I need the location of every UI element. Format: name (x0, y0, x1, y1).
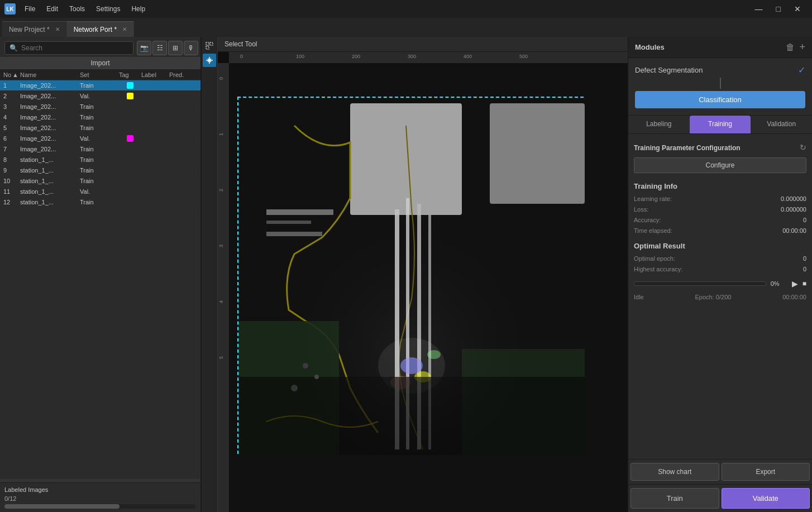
left-panel: 🔍 📷 ☷ ⊞ 🎙 Import No▲ Name Set Tag Label … (0, 37, 201, 512)
table-row[interactable]: 3 Image_202... Train (0, 102, 200, 112)
menu-tools[interactable]: Tools (65, 4, 89, 14)
table-row[interactable]: 1 Image_202... Train (0, 80, 200, 91)
table-row[interactable]: 5 Image_202... Train (0, 123, 200, 133)
record-icon[interactable]: 🎙 (184, 41, 198, 55)
selection-tool-button[interactable] (203, 39, 216, 52)
tab-new-project-close[interactable]: ✕ (55, 26, 60, 32)
configure-button[interactable]: Configure (634, 157, 806, 173)
row-tag (119, 135, 141, 142)
image-import-icon[interactable]: 📷 (137, 41, 151, 55)
image-selection-border (237, 97, 584, 454)
maximize-button[interactable]: □ (770, 0, 787, 18)
row-name: Image_202... (20, 114, 80, 121)
validate-button[interactable]: Validate (722, 488, 810, 509)
tab-network-port-close[interactable]: ✕ (122, 26, 127, 32)
select-tool-bar: Select Tool (218, 37, 628, 52)
table-row[interactable]: 12 station_1_... Train (0, 197, 200, 208)
tab-labeling[interactable]: Labeling (628, 116, 690, 133)
menu-settings[interactable]: Settings (92, 4, 125, 14)
train-button[interactable]: Train (631, 488, 719, 509)
classification-button[interactable]: Classification (635, 91, 805, 108)
row-name: Image_202... (20, 93, 80, 99)
table-row[interactable]: 6 Image_202... Val. (0, 133, 200, 144)
menu-file[interactable]: File (20, 4, 40, 14)
row-tag (119, 93, 141, 99)
learning-rate-row: Learning rate: 0.000000 (634, 194, 806, 204)
menu-edit[interactable]: Edit (42, 4, 63, 14)
row-name: station_1_... (20, 156, 80, 163)
row-name: Image_202... (20, 103, 80, 110)
delete-module-button[interactable]: 🗑 (786, 41, 795, 53)
col-no: No▲ (3, 71, 20, 78)
loss-label: Loss: (634, 206, 648, 213)
scroll-thumb (4, 504, 120, 509)
row-no: 8 (3, 156, 20, 163)
add-module-button[interactable]: + (799, 41, 805, 53)
table-row[interactable]: 7 Image_202... Train (0, 144, 200, 155)
import-bar[interactable]: Import (0, 57, 200, 70)
svg-rect-1 (210, 42, 213, 45)
optimal-epoch-row: Optimal epoch: 0 (634, 253, 806, 264)
learning-rate-value: 0.000000 (781, 195, 806, 202)
select-tool-label: Select Tool (225, 40, 257, 48)
table-row[interactable]: 10 station_1_... Train (0, 176, 200, 186)
tab-network-port[interactable]: Network Port * ✕ (67, 21, 134, 37)
highest-accuracy-row: Highest accuracy: 0 (634, 264, 806, 275)
row-name: Image_202... (20, 125, 80, 131)
play-button[interactable]: ▶ (792, 279, 798, 288)
row-set: Val. (80, 188, 119, 195)
tab-validation[interactable]: Validation (751, 116, 812, 133)
export-button[interactable]: Export (722, 463, 810, 481)
move-tool-button[interactable] (203, 54, 216, 67)
row-no: 4 (3, 114, 20, 121)
tab-training[interactable]: Training (690, 116, 751, 133)
highest-accuracy-label: Highest accuracy: (634, 266, 682, 272)
row-no: 2 (3, 93, 20, 99)
table-row[interactable]: 4 Image_202... Train (0, 112, 200, 123)
row-name: Image_202... (20, 135, 80, 142)
filter-icon[interactable]: ☷ (152, 41, 167, 55)
row-name: station_1_... (20, 178, 80, 184)
defect-segmentation-check: ✓ (798, 65, 805, 75)
time-elapsed-label: Time elapsed: (634, 227, 672, 234)
tab-network-port-label: Network Port * (74, 26, 117, 34)
show-chart-button[interactable]: Show chart (631, 463, 719, 481)
tab-new-project[interactable]: New Project * ✕ (2, 21, 67, 37)
labeled-section: Labeled Images 0/12 (0, 482, 200, 512)
search-input[interactable] (21, 44, 128, 52)
training-info-title: Training Info (634, 182, 806, 190)
title-bar-left: LK File Edit Tools Settings Help (4, 3, 150, 15)
table-row[interactable]: 9 station_1_... Train (0, 165, 200, 176)
table-row[interactable]: 2 Image_202... Val. (0, 91, 200, 102)
progress-percentage: 0% (771, 280, 787, 287)
close-button[interactable]: ✕ (787, 0, 808, 18)
table-row[interactable]: 11 station_1_... Val. (0, 186, 200, 197)
row-set: Train (80, 125, 119, 131)
search-icon: 🔍 (9, 44, 18, 52)
row-no: 6 (3, 135, 20, 142)
horizontal-scrollbar[interactable] (4, 504, 196, 509)
table-row[interactable]: 8 station_1_... Train (0, 155, 200, 165)
training-content: Training Parameter Configuration ↻ Confi… (628, 134, 812, 459)
vertical-ruler: 0 1 2 3 4 5 (218, 63, 229, 512)
col-set: Set (80, 71, 119, 78)
col-label: Label (141, 71, 169, 78)
history-button[interactable]: ↻ (800, 143, 806, 152)
row-name: station_1_... (20, 188, 80, 195)
row-set: Train (80, 82, 119, 89)
minimize-button[interactable]: — (748, 0, 770, 18)
status-label: Idle (634, 294, 644, 300)
grid-icon[interactable]: ⊞ (168, 41, 183, 55)
canvas-container[interactable]: 0 100 200 300 400 500 0 1 2 3 4 5 (218, 52, 628, 512)
time-remaining-label: 00:00:00 (782, 294, 806, 300)
menu-bar: File Edit Tools Settings Help (20, 4, 150, 14)
row-no: 10 (3, 178, 20, 184)
row-name: Image_202... (20, 82, 80, 89)
row-set: Val. (80, 93, 119, 99)
table-header: No▲ Name Set Tag Label Pred. (0, 70, 200, 80)
canvas-area[interactable] (229, 63, 628, 512)
canvas-image (238, 98, 585, 455)
time-elapsed-row: Time elapsed: 00:00:00 (634, 226, 806, 236)
stop-button[interactable]: ■ (803, 280, 806, 288)
menu-help[interactable]: Help (127, 4, 150, 14)
